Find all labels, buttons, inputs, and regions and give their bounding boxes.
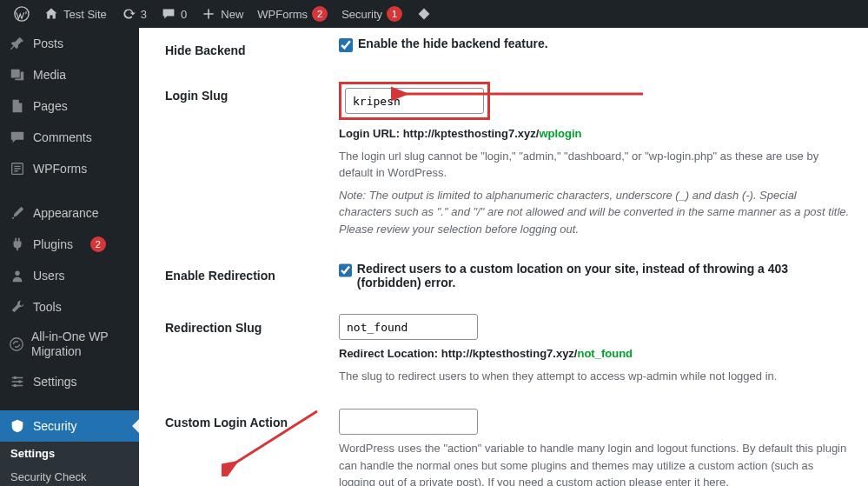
sidebar-label: Appearance xyxy=(33,206,99,220)
sidebar-label: Settings xyxy=(33,375,77,389)
redirection-slug-label: Redirection Slug xyxy=(165,314,339,384)
login-slug-input[interactable] xyxy=(345,88,484,114)
comments-count: 0 xyxy=(181,8,187,21)
comments[interactable]: 0 xyxy=(154,0,194,28)
new-label: New xyxy=(221,8,243,21)
toolbar-security[interactable]: Security1 xyxy=(335,0,409,28)
sliders-icon xyxy=(9,373,26,390)
updates-count: 3 xyxy=(141,8,147,21)
security-badge: 1 xyxy=(387,6,402,22)
sidebar-label: Tools xyxy=(33,300,62,314)
admin-sidebar: Posts Media Pages Comments WPForms Appea… xyxy=(0,28,139,486)
custom-login-action-label: Custom Login Action xyxy=(165,409,339,486)
hide-backend-label: Hide Backend xyxy=(165,37,339,57)
home-icon xyxy=(43,6,59,22)
menu-separator xyxy=(0,189,139,193)
menu-separator xyxy=(0,402,139,406)
sidebar-item-pages[interactable]: Pages xyxy=(0,90,139,122)
row-hide-backend: Hide Backend Enable the hide backend fea… xyxy=(165,28,851,73)
page-icon xyxy=(9,97,26,115)
submenu-settings[interactable]: Settings xyxy=(0,442,139,465)
sidebar-label: Comments xyxy=(33,130,92,144)
sidebar-label: Plugins xyxy=(33,237,73,251)
sidebar-item-security[interactable]: Security xyxy=(0,410,139,442)
sidebar-item-settings[interactable]: Settings xyxy=(0,366,139,397)
sidebar-item-appearance[interactable]: Appearance xyxy=(0,197,139,229)
plugins-badge: 2 xyxy=(90,236,106,252)
comment-icon xyxy=(9,129,26,146)
redirect-location-line: Redirect Location: http://kptesthosting7… xyxy=(339,345,851,363)
plug-icon xyxy=(9,236,26,253)
sidebar-item-wpforms[interactable]: WPForms xyxy=(0,153,139,184)
login-slug-desc: The login url slug cannot be "login," "a… xyxy=(339,148,851,182)
redirection-slug-desc: The slug to redirect users to when they … xyxy=(339,368,851,385)
wordpress-icon xyxy=(14,6,30,22)
sidebar-label: All-in-One WP Migration xyxy=(31,330,132,359)
row-enable-redirection: Enable Redirection Redirect users to a c… xyxy=(165,253,851,305)
login-slug-highlight xyxy=(339,82,490,120)
enable-redirection-checkbox-label[interactable]: Redirect users to a custom location on y… xyxy=(357,262,851,290)
toolbar-wpforms[interactable]: WPForms2 xyxy=(250,0,335,28)
wrench-icon xyxy=(9,298,26,316)
sidebar-label: Users xyxy=(33,269,65,283)
svg-point-2 xyxy=(15,271,19,276)
brush-icon xyxy=(9,204,26,222)
login-slug-label: Login Slug xyxy=(165,82,339,237)
enable-redirection-label: Enable Redirection xyxy=(165,262,339,290)
svg-point-6 xyxy=(14,383,17,387)
hide-backend-checkbox-label[interactable]: Enable the hide backend feature. xyxy=(358,37,548,50)
security-label: Security xyxy=(341,8,382,21)
sidebar-item-users[interactable]: Users xyxy=(0,260,139,291)
sidebar-item-comments[interactable]: Comments xyxy=(0,122,139,153)
sidebar-label: Pages xyxy=(33,99,68,113)
custom-login-action-desc: WordPress uses the "action" variable to … xyxy=(339,440,851,486)
shield-icon xyxy=(9,417,26,435)
user-icon xyxy=(9,267,26,284)
svg-point-5 xyxy=(18,380,22,383)
sidebar-label: Posts xyxy=(33,37,63,50)
enable-redirection-checkbox[interactable] xyxy=(339,263,352,277)
media-icon xyxy=(9,66,26,83)
row-redirection-slug: Redirection Slug Redirect Location: http… xyxy=(165,305,851,400)
sidebar-item-migration[interactable]: All-in-One WP Migration xyxy=(0,323,139,366)
new-content[interactable]: New xyxy=(194,0,250,28)
svg-point-4 xyxy=(14,376,17,379)
sidebar-label: Media xyxy=(33,68,66,82)
update-icon xyxy=(121,6,136,22)
sidebar-item-tools[interactable]: Tools xyxy=(0,291,139,323)
migration-icon xyxy=(9,336,24,353)
diamond-icon xyxy=(416,6,432,22)
login-slug-note: Note: The output is limited to alphanume… xyxy=(339,187,851,238)
admin-toolbar: Test Site 3 0 New WPForms2 Security1 xyxy=(0,0,868,28)
wpforms-badge: 2 xyxy=(312,6,328,22)
sidebar-label: Security xyxy=(33,419,77,433)
plus-icon xyxy=(201,6,216,22)
comment-icon xyxy=(161,6,176,22)
sidebar-item-plugins[interactable]: Plugins 2 xyxy=(0,229,139,260)
row-custom-login-action: Custom Login Action WordPress uses the "… xyxy=(165,400,851,486)
pin-icon xyxy=(9,35,26,52)
row-login-slug: Login Slug Login URL: http://kptesthosti… xyxy=(165,73,851,253)
redirection-slug-input[interactable] xyxy=(339,314,478,340)
sidebar-label: WPForms xyxy=(33,162,87,176)
custom-login-action-input[interactable] xyxy=(339,409,478,435)
sidebar-item-media[interactable]: Media xyxy=(0,59,139,90)
form-icon xyxy=(9,160,26,177)
settings-content: Hide Backend Enable the hide backend fea… xyxy=(139,28,868,486)
login-url-line: Login URL: http://kptesthosting7.xyz/wpl… xyxy=(339,125,851,143)
site-name-label: Test Site xyxy=(63,8,107,21)
wp-logo[interactable] xyxy=(7,0,36,28)
submenu-security-check[interactable]: Security Check xyxy=(0,465,139,486)
security-submenu: Settings Security Check Logs Go Pro xyxy=(0,442,139,486)
site-name[interactable]: Test Site xyxy=(36,0,114,28)
sidebar-item-posts[interactable]: Posts xyxy=(0,28,139,59)
toolbar-extra[interactable] xyxy=(409,0,439,28)
updates[interactable]: 3 xyxy=(114,0,154,28)
hide-backend-checkbox[interactable] xyxy=(339,38,353,52)
wpforms-label: WPForms xyxy=(257,8,308,21)
svg-point-3 xyxy=(10,338,23,350)
